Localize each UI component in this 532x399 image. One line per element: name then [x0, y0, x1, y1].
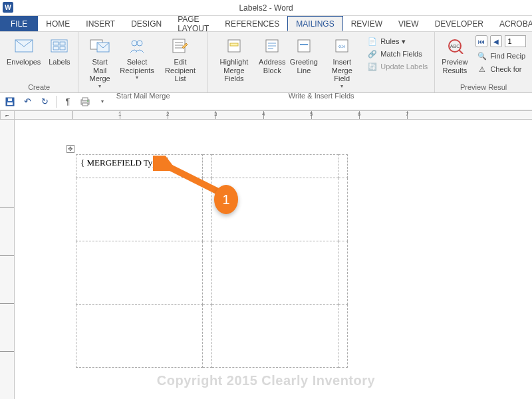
record-number-input[interactable] — [505, 35, 526, 47]
label-cell[interactable] — [212, 178, 338, 241]
tab-mailings[interactable]: MAILINGS — [287, 16, 342, 31]
select-recipients-button[interactable]: Select Recipients ▾ — [118, 34, 156, 90]
update-labels-button[interactable]: 🔄 Update Labels — [364, 61, 430, 72]
dropdown-icon: ▾ — [98, 83, 101, 89]
quick-print-button[interactable] — [79, 96, 91, 108]
vertical-ruler[interactable] — [0, 120, 15, 399]
start-mail-merge-label: Start Mail Merge — [85, 58, 114, 83]
svg-rect-4 — [53, 47, 59, 50]
labels-label: Labels — [49, 58, 70, 66]
prev-record-button[interactable]: ◀ — [490, 35, 502, 47]
ribbon-group-write-insert: Highlight Merge Fields Address Block Gre… — [208, 32, 435, 92]
insert-merge-field-label: Insert Merge Field — [323, 58, 360, 83]
svg-text:ABC: ABC — [450, 44, 460, 49]
labels-table: { MERGEFIELD Type } — [76, 154, 348, 368]
insert-merge-field-button[interactable]: «» Insert Merge Field ▾ — [321, 34, 363, 90]
edit-recipient-label: Edit Recipient List — [160, 58, 201, 83]
find-icon: 🔍 — [477, 51, 487, 61]
dropdown-icon: ▾ — [340, 83, 343, 89]
qat-customize-dropdown[interactable]: ▾ — [96, 96, 108, 108]
table-row: { MERGEFIELD Type } — [76, 155, 348, 178]
rules-button[interactable]: 📄 Rules ▾ — [364, 35, 430, 47]
group-label-preview: Preview Resul — [439, 82, 528, 92]
svg-rect-15 — [230, 43, 238, 46]
ribbon: Envelopes Labels Create Start Mail Merge… — [0, 32, 532, 93]
label-gutter — [338, 178, 348, 241]
label-cell[interactable]: { MERGEFIELD Type } — [76, 155, 203, 178]
tab-references[interactable]: REFERENCES — [217, 16, 287, 31]
label-cell[interactable] — [212, 305, 338, 368]
label-gutter — [338, 305, 348, 368]
ruler-mark: 5 — [310, 111, 313, 117]
dropdown-icon: ▾ — [136, 74, 138, 80]
mergefield-code: { MERGEFIELD Type } — [80, 158, 168, 168]
ruler-mark: 4 — [262, 111, 265, 117]
label-cell[interactable] — [212, 155, 338, 178]
redo-button[interactable]: ↻ — [39, 96, 51, 108]
svg-point-33 — [87, 100, 88, 102]
address-block-button[interactable]: Address Block — [257, 34, 287, 90]
group-label-write: Write & Insert Fields — [212, 90, 430, 101]
check-errors-button[interactable]: ⚠ Check for — [474, 63, 528, 75]
envelope-icon — [13, 35, 35, 57]
match-fields-label: Match Fields — [380, 50, 422, 58]
label-gutter — [203, 241, 212, 305]
edit-recipient-list-button[interactable]: Edit Recipient List — [157, 34, 203, 90]
table-row — [76, 305, 348, 368]
address-block-icon — [261, 35, 283, 57]
highlight-label: Highlight Merge Fields — [215, 58, 253, 83]
label-cell[interactable] — [76, 305, 203, 368]
tab-home[interactable]: HOME — [38, 16, 78, 31]
tab-page-layout[interactable]: PAGE LAYOUT — [170, 16, 217, 31]
insert-field-icon: «» — [331, 35, 352, 57]
match-fields-icon: 🔗 — [367, 49, 378, 59]
highlight-merge-fields-button[interactable]: Highlight Merge Fields — [212, 34, 256, 90]
tab-view[interactable]: VIEW — [390, 16, 427, 31]
tab-developer[interactable]: DEVELOPER — [427, 16, 491, 31]
document-area[interactable]: ✥ { MERGEFIELD Type } — [15, 120, 532, 399]
envelopes-button[interactable]: Envelopes — [4, 34, 43, 82]
paragraph-marks-button[interactable]: ¶ — [62, 96, 74, 108]
update-labels-label: Update Labels — [380, 63, 428, 70]
svg-point-8 — [132, 41, 137, 46]
highlight-icon — [223, 35, 245, 57]
undo-button[interactable]: ↶ — [21, 96, 33, 108]
envelopes-label: Envelopes — [7, 58, 41, 66]
first-record-button[interactable]: ⏮ — [475, 35, 487, 47]
svg-rect-5 — [60, 47, 65, 50]
label-cell[interactable] — [76, 241, 203, 305]
update-labels-icon: 🔄 — [367, 61, 378, 72]
horizontal-ruler[interactable]: 1 2 3 4 5 6 7 — [15, 110, 532, 120]
address-block-label: Address Block — [259, 58, 285, 74]
check-icon: ⚠ — [477, 64, 487, 74]
label-cell[interactable] — [76, 178, 203, 241]
tab-review[interactable]: REVIEW — [343, 16, 390, 31]
tab-design[interactable]: DESIGN — [123, 16, 170, 31]
ribbon-group-preview: ABC Preview Results ⏮ ◀ 🔍 Find Recip ⚠ C… — [435, 32, 532, 92]
match-fields-button[interactable]: 🔗 Match Fields — [364, 48, 430, 60]
label-cell[interactable] — [212, 241, 338, 305]
labels-button[interactable]: Labels — [45, 34, 74, 82]
tab-insert[interactable]: INSERT — [78, 16, 123, 31]
greeting-line-button[interactable]: Greeting Line — [289, 34, 319, 90]
svg-line-26 — [459, 50, 463, 54]
preview-icon: ABC — [444, 35, 466, 57]
start-mail-merge-button[interactable]: Start Mail Merge ▾ — [82, 34, 117, 90]
greeting-label: Greeting Line — [290, 58, 318, 74]
qat-separator — [56, 96, 57, 108]
tab-acrobat[interactable]: ACROBAT — [491, 16, 532, 31]
label-gutter — [203, 178, 212, 241]
table-move-handle-icon[interactable]: ✥ — [66, 145, 74, 153]
ruler-mark: 2 — [166, 111, 169, 117]
ruler-corner: ⌐ — [0, 110, 15, 120]
svg-rect-28 — [7, 102, 13, 105]
edit-list-icon — [170, 35, 191, 57]
select-recipients-label: Select Recipients — [120, 58, 154, 74]
label-gutter — [338, 241, 348, 305]
save-button[interactable] — [4, 96, 16, 108]
tab-file[interactable]: FILE — [0, 16, 38, 31]
find-recipient-button[interactable]: 🔍 Find Recip — [474, 50, 528, 62]
preview-results-button[interactable]: ABC Preview Results — [439, 34, 470, 82]
label-gutter — [203, 155, 212, 178]
labels-icon — [49, 35, 70, 57]
